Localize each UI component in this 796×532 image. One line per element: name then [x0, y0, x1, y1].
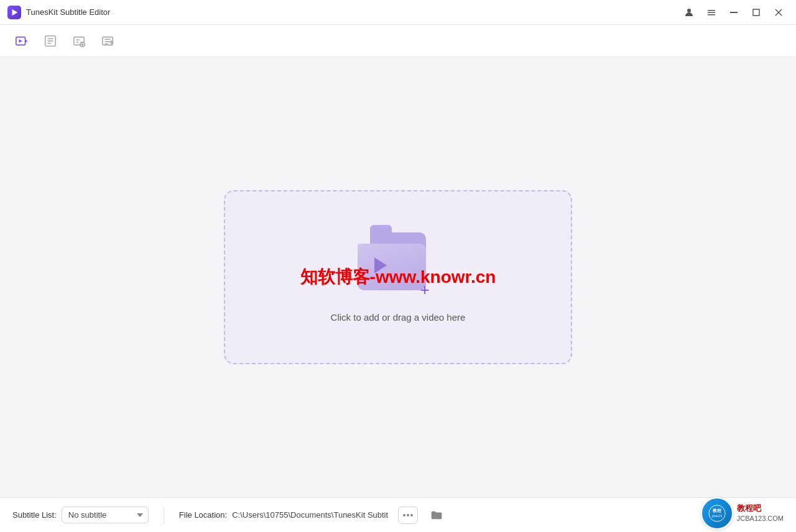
svg-point-1 — [687, 9, 691, 12]
main-content: 知软博客-www.knowr.cn + Click to add or drag… — [0, 57, 796, 497]
svg-marker-27 — [374, 257, 387, 273]
folder-play-icon — [370, 255, 391, 276]
export-button[interactable] — [96, 29, 119, 53]
import-video-button[interactable] — [10, 29, 34, 53]
drop-zone-text: Click to add or drag a video here — [331, 312, 466, 323]
minimize-button[interactable] — [724, 2, 744, 22]
svg-text:jcba123: jcba123 — [711, 515, 723, 518]
file-location-value: C:\Users\10755\Documents\TunesKit Subtit — [232, 510, 388, 520]
drop-zone[interactable]: + Click to add or drag a video here — [224, 190, 572, 364]
title-bar-left: TunesKit Subtitle Editor — [7, 6, 110, 19]
svg-point-28 — [709, 505, 725, 521]
app-title: TunesKit Subtitle Editor — [26, 7, 110, 17]
status-bar: Subtitle List: No subtitle File Location… — [0, 497, 796, 532]
svg-text:教程: 教程 — [712, 508, 722, 513]
title-bar: TunesKit Subtitle Editor — [0, 0, 796, 25]
svg-rect-4 — [708, 14, 715, 16]
dot1 — [403, 514, 405, 516]
title-bar-controls — [679, 2, 789, 22]
dot3 — [410, 514, 413, 516]
add-subtitle-button[interactable] — [67, 29, 91, 53]
app-icon — [7, 6, 21, 19]
close-button[interactable] — [769, 2, 789, 22]
subtitle-list-select[interactable]: No subtitle — [62, 507, 149, 523]
subtitle-list-label: Subtitle List: — [12, 510, 57, 520]
more-options-button[interactable] — [398, 507, 418, 524]
svg-rect-6 — [753, 9, 759, 16]
svg-marker-11 — [19, 39, 22, 43]
badge-subtitle: JCBA123.COM — [737, 514, 784, 523]
svg-rect-3 — [708, 12, 715, 13]
menu-button[interactable] — [701, 2, 721, 22]
folder-illustration: + — [358, 232, 438, 301]
open-folder-button[interactable] — [427, 507, 447, 524]
account-button[interactable] — [679, 2, 699, 22]
svg-marker-10 — [25, 39, 28, 43]
add-icon: + — [416, 281, 433, 298]
file-location-section: File Location: C:\Users\10755\Documents\… — [179, 507, 447, 524]
badge-title: 教程吧 — [737, 503, 784, 514]
svg-rect-5 — [730, 12, 738, 13]
badge-circle: 教程 jcba123 — [701, 497, 733, 530]
subtitle-list-button[interactable] — [39, 29, 62, 53]
maximize-button[interactable] — [746, 2, 766, 22]
dot2 — [407, 514, 409, 516]
svg-marker-0 — [12, 9, 18, 16]
badge-logo: 教程 jcba123 教程吧 JCBA123.COM — [701, 497, 784, 530]
status-divider — [164, 507, 164, 524]
subtitle-list-section: Subtitle List: No subtitle — [12, 507, 149, 523]
toolbar — [0, 25, 796, 57]
svg-rect-2 — [708, 10, 715, 11]
file-location-label: File Location: — [179, 510, 227, 520]
